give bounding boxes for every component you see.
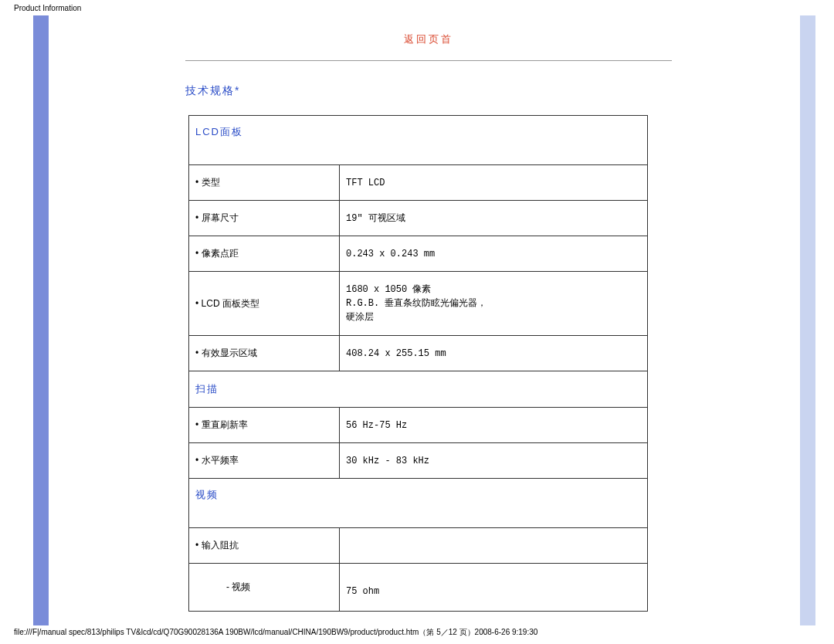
table-row: - 视频 75 ohm [189, 564, 648, 612]
spec-label: • 水平频率 [189, 443, 340, 479]
spec-sublabel: - 视频 [189, 564, 340, 612]
footer-path: file:///F|/manual spec/813/philips TV&lc… [14, 627, 537, 638]
spec-table: LCD面板 • 类型 TFT LCD • 屏幕尺寸 19" 可视区域 • 像素点… [188, 115, 648, 612]
section-title: 技术规格* [185, 84, 672, 98]
page-header: Product Information [14, 4, 81, 12]
spec-label: • 类型 [189, 165, 340, 201]
spec-value: 408.24 x 255.15 mm [340, 336, 648, 371]
table-row: LCD面板 [189, 116, 648, 165]
table-row: • 重直刷新率 56 Hz-75 Hz [189, 408, 648, 443]
left-decoration-bar [33, 15, 49, 625]
spec-label: • 像素点距 [189, 236, 340, 272]
table-row: • 有效显示区域 408.24 x 255.15 mm [189, 336, 648, 371]
main-content: 返回页首 技术规格* LCD面板 • 类型 TFT LCD • 屏幕尺寸 19"… [185, 15, 672, 612]
divider [185, 60, 672, 61]
lcd-panel-header: LCD面板 [189, 116, 648, 165]
table-row: • 像素点距 0.243 x 0.243 mm [189, 236, 648, 272]
spec-value: TFT LCD [340, 165, 648, 201]
spec-value: 75 ohm [340, 564, 648, 612]
right-decoration-bar [800, 15, 815, 625]
table-row: 扫描 [189, 371, 648, 408]
spec-value: 1680 x 1050 像素R.G.B. 垂直条纹防眩光偏光器，硬涂层 [340, 272, 648, 336]
video-header: 视频 [189, 479, 648, 528]
back-to-top-link[interactable]: 返回页首 [185, 15, 672, 60]
spec-label: • 输入阻抗 [189, 528, 340, 564]
spec-value: 30 kHz - 83 kHz [340, 443, 648, 479]
spec-value: 56 Hz-75 Hz [340, 408, 648, 443]
spec-value: 0.243 x 0.243 mm [340, 236, 648, 272]
table-row: • LCD 面板类型 1680 x 1050 像素R.G.B. 垂直条纹防眩光偏… [189, 272, 648, 336]
table-row: • 类型 TFT LCD [189, 165, 648, 201]
table-row: • 水平频率 30 kHz - 83 kHz [189, 443, 648, 479]
table-row: • 屏幕尺寸 19" 可视区域 [189, 201, 648, 236]
spec-label: • LCD 面板类型 [189, 272, 340, 336]
spec-value: 19" 可视区域 [340, 201, 648, 236]
spec-label: • 重直刷新率 [189, 408, 340, 443]
table-row: 视频 [189, 479, 648, 528]
spec-label: • 屏幕尺寸 [189, 201, 340, 236]
table-row: • 输入阻抗 [189, 528, 648, 564]
scanning-header: 扫描 [189, 371, 648, 408]
spec-value [340, 528, 648, 564]
spec-label: • 有效显示区域 [189, 336, 340, 371]
